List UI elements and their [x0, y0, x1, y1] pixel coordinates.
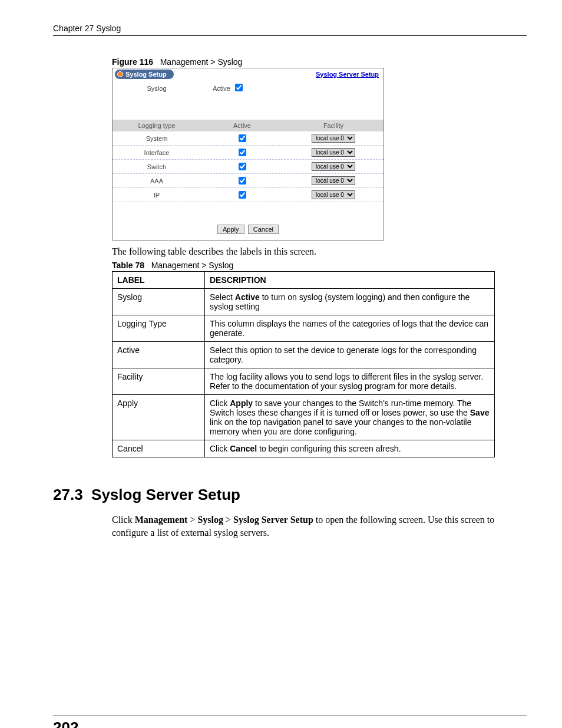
table-row: Apply Click Apply to save your changes t… — [113, 395, 495, 440]
row-active-checkbox[interactable] — [239, 177, 246, 185]
row-name: AAA — [113, 177, 201, 185]
description-table: LABEL DESCRIPTION Syslog Select Active t… — [112, 271, 495, 457]
page-header: Chapter 27 Syslog — [53, 24, 527, 36]
table-caption: Table 78 Management > Syslog — [112, 261, 527, 270]
cell-label: Syslog — [113, 289, 205, 315]
row-name: System — [113, 135, 201, 142]
cell-label: Facility — [113, 368, 205, 395]
syslog-label: Syslog — [113, 85, 201, 92]
table-row: System local use 0 — [113, 131, 384, 146]
cell-description: Select Active to turn on syslog (system … — [205, 289, 495, 315]
table-row: AAA local use 0 — [113, 174, 384, 188]
intro-text: The following table describes the labels… — [112, 246, 527, 257]
syslog-setup-tab[interactable]: Syslog Setup — [115, 70, 174, 79]
th-label: LABEL — [113, 272, 205, 289]
table-row: Switch local use 0 — [113, 160, 384, 174]
facility-select[interactable]: local use 0 — [312, 148, 355, 157]
cell-label: Cancel — [113, 440, 205, 457]
cell-label: Active — [113, 342, 205, 368]
table-title: Management > Syslog — [151, 261, 234, 270]
row-name: IP — [113, 192, 201, 199]
th-logging-type: Logging type — [113, 120, 201, 131]
table-row: Active Select this option to set the dev… — [113, 342, 495, 368]
row-name: Interface — [113, 149, 201, 156]
syslog-active-checkbox[interactable] — [235, 84, 243, 91]
row-active-checkbox[interactable] — [239, 163, 246, 170]
cancel-button[interactable]: Cancel — [248, 225, 279, 234]
table-row: Interface local use 0 — [113, 146, 384, 160]
table-row: IP local use 0 — [113, 188, 384, 202]
syslog-setup-screenshot: Syslog Setup Syslog Server Setup Syslog … — [112, 68, 384, 241]
cell-description: Select this option to set the device to … — [205, 342, 495, 368]
section-heading: 27.3 Syslog Server Setup — [53, 486, 527, 504]
apply-button[interactable]: Apply — [217, 225, 244, 234]
facility-select[interactable]: local use 0 — [312, 176, 355, 185]
row-active-checkbox[interactable] — [239, 149, 246, 156]
cell-description: Click Apply to save your changes to the … — [205, 395, 495, 440]
facility-select[interactable]: local use 0 — [312, 162, 355, 171]
active-label: Active — [201, 85, 235, 92]
cell-label: Logging Type — [113, 315, 205, 342]
row-active-checkbox[interactable] — [239, 191, 246, 199]
figure-caption: Figure 116 Management > Syslog — [112, 57, 527, 67]
table-row: Cancel Click Cancel to begin configuring… — [113, 440, 495, 457]
th-description: DESCRIPTION — [205, 272, 495, 289]
th-facility: Facility — [283, 120, 384, 131]
table-row: Logging Type This column displays the na… — [113, 315, 495, 342]
table-row: Syslog Select Active to turn on syslog (… — [113, 289, 495, 315]
page-number: 202 — [53, 719, 78, 728]
syslog-server-setup-link[interactable]: Syslog Server Setup — [316, 71, 379, 78]
figure-title: Management > Syslog — [160, 57, 243, 67]
facility-select[interactable]: local use 0 — [312, 190, 355, 199]
table-row: Facility The log facility allows you to … — [113, 368, 495, 395]
row-name: Switch — [113, 163, 201, 170]
cell-description: Click Cancel to begin configuring this s… — [205, 440, 495, 457]
logging-table-header: Logging type Active Facility — [113, 120, 384, 131]
figure-label: Figure 116 — [112, 57, 153, 67]
section-body: Click Management > Syslog > Syslog Serve… — [112, 513, 527, 539]
row-active-checkbox[interactable] — [239, 134, 246, 142]
facility-select[interactable]: local use 0 — [312, 134, 355, 143]
table-label: Table 78 — [112, 261, 144, 270]
th-active: Active — [201, 120, 283, 131]
cell-description: This column displays the names of the ca… — [205, 315, 495, 342]
cell-description: The log facility allows you to send logs… — [205, 368, 495, 395]
cell-label: Apply — [113, 395, 205, 440]
page-footer: 202 GS-2024 User's Guide — [53, 716, 527, 728]
